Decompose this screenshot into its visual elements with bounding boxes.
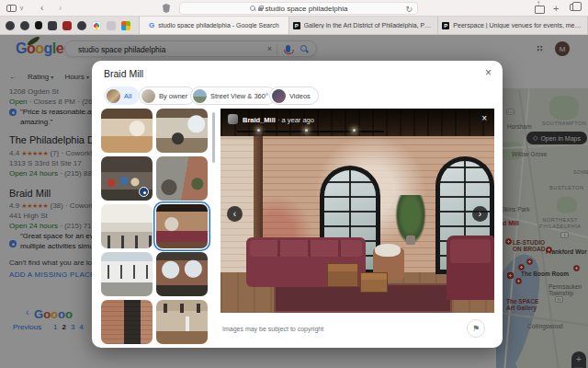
chip-label: By owner — [159, 92, 187, 100]
chip-label: All — [124, 92, 131, 100]
peerspace-favicon: P — [442, 22, 449, 29]
chip-label: Videos — [289, 92, 311, 100]
thumbnail-scrollbar[interactable] — [212, 112, 215, 163]
new-tab-button[interactable]: + — [553, 0, 559, 17]
tab-label: Gallery in the Art District of Philadelp… — [304, 22, 435, 29]
pinned-tabs — [0, 17, 140, 34]
photo-wood-table — [327, 263, 358, 287]
browser-chrome: ∨ ‹ › studio space philadelphia ↻ + — [0, 0, 588, 17]
share-icon[interactable] — [535, 3, 543, 13]
screen: ∨ ‹ › studio space philadelphia ↻ + G — [0, 0, 588, 368]
microsoft-pinned-tab-icon[interactable] — [121, 21, 130, 30]
address-bar[interactable]: studio space philadelphia ↻ — [179, 2, 418, 15]
tab-label: studio space philadelphia - Google Searc… — [158, 22, 279, 29]
pinned-tab-icon[interactable] — [6, 21, 15, 30]
search-icon — [250, 6, 255, 11]
photo-close-icon[interactable]: × — [481, 113, 487, 123]
tab-label: Peerspace | Unique venues for events, me… — [453, 22, 583, 29]
lock-icon — [258, 6, 263, 11]
pinned-tab-icon[interactable] — [62, 21, 72, 30]
sidebar-toggle-icon[interactable] — [6, 5, 17, 12]
back-button[interactable]: ‹ — [40, 0, 43, 17]
uploader-avatar — [228, 114, 238, 124]
pinned-tab-icon[interactable] — [107, 21, 116, 30]
photo-uploader-label: Braid_Mill · a year ago — [243, 116, 314, 124]
google-favicon: G — [149, 21, 154, 29]
gallery-thumbnail[interactable] — [101, 252, 153, 296]
filter-chip-videos[interactable]: Videos — [269, 86, 319, 105]
gallery-thumbnail[interactable] — [156, 252, 208, 296]
photo-header-gradient — [220, 109, 494, 142]
chip-thumbnail — [141, 89, 155, 103]
report-flag-button[interactable]: ⚑ — [467, 319, 485, 338]
photo-gallery-modal: Braid Mill × All By owner Street View & … — [92, 61, 503, 348]
forward-button[interactable]: › — [59, 0, 62, 17]
google-maps-pinned-tab-icon[interactable] — [92, 21, 101, 30]
photo-red-sofa — [447, 236, 494, 300]
photo-plant — [395, 195, 426, 245]
gallery-thumbnail[interactable] — [156, 109, 208, 153]
sidebar-chevron-icon[interactable]: ∨ — [19, 0, 24, 17]
modal-footer: Images may be subject to copyright ⚑ — [220, 313, 494, 344]
tab-overview-icon[interactable] — [570, 4, 577, 11]
previous-photo-arrow[interactable]: ‹ — [227, 206, 243, 222]
tab-peerspace-gallery[interactable]: P Gallery in the Art District of Philade… — [289, 17, 439, 34]
gallery-thumbnail[interactable] — [156, 300, 208, 344]
filter-chip-by-owner[interactable]: By owner — [139, 86, 196, 105]
tab-peerspace-home[interactable]: P Peerspace | Unique venues for events, … — [438, 17, 588, 34]
gallery-thumbnail-selected[interactable] — [156, 204, 208, 248]
modal-close-icon[interactable]: × — [485, 66, 492, 79]
modal-title: Braid Mill — [104, 68, 143, 79]
filter-chip-street-view[interactable]: Street View & 360° — [190, 86, 277, 105]
chip-thumbnail — [193, 89, 207, 103]
gallery-thumbnail[interactable] — [101, 204, 153, 248]
chip-thumbnail — [272, 89, 286, 103]
reload-icon[interactable]: ↻ — [405, 3, 413, 16]
gallery-thumbnail[interactable] — [101, 156, 153, 201]
uploader-name: Braid_Mill — [243, 116, 276, 124]
tab-google-search[interactable]: G studio space philadelphia - Google Sea… — [140, 17, 289, 34]
gallery-thumbnail[interactable] — [101, 300, 153, 344]
apple-pinned-tab-icon[interactable] — [35, 21, 42, 29]
pinned-tab-icon[interactable] — [77, 21, 86, 30]
chip-label: Street View & 360° — [210, 92, 268, 100]
peerspace-favicon: P — [293, 22, 300, 29]
pinned-tab-icon[interactable] — [20, 21, 29, 30]
privacy-shield-icon[interactable] — [163, 4, 170, 13]
gallery-thumbnail[interactable] — [101, 109, 153, 153]
copyright-note: Images may be subject to copyright — [222, 326, 323, 332]
filter-chip-all[interactable]: All — [104, 86, 140, 105]
pinned-tab-icon[interactable] — [48, 21, 57, 30]
photo-wood-table — [360, 272, 388, 293]
photo-timestamp: · a year ago — [277, 116, 314, 124]
chip-thumbnail — [107, 89, 120, 103]
tab-strip: G studio space philadelphia - Google Sea… — [0, 17, 588, 35]
main-photo: Braid_Mill · a year ago × ‹ › — [220, 109, 494, 313]
gallery-thumbnail[interactable] — [156, 156, 208, 201]
address-bar-text: studio space philadelphia — [266, 5, 348, 13]
360-badge-icon — [139, 187, 149, 197]
next-photo-arrow[interactable]: › — [472, 206, 488, 222]
